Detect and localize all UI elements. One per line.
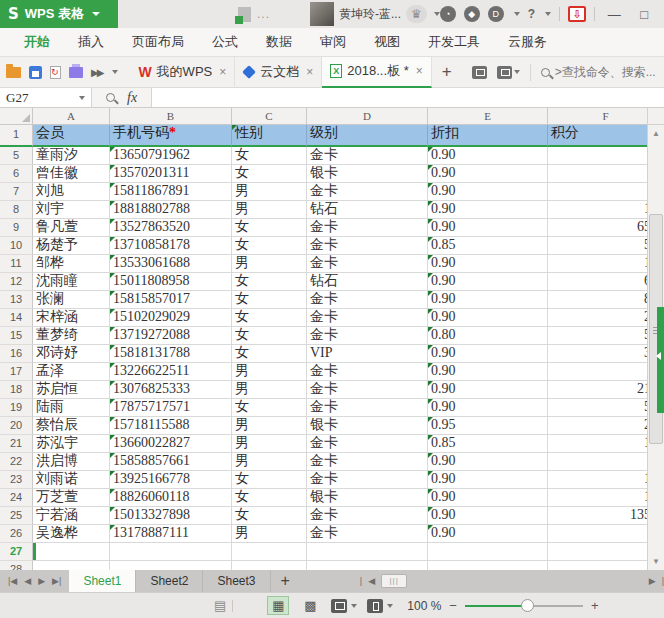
last-sheet-button[interactable]: ▶| [52, 576, 61, 586]
cell-level[interactable] [307, 543, 428, 561]
cell-gender[interactable]: 男 [232, 381, 307, 399]
cell-level[interactable]: 银卡 [307, 489, 428, 507]
export-pdf-icon[interactable] [50, 66, 61, 79]
h-scrollbar-thumb[interactable]: ||| [381, 574, 407, 588]
cell-level[interactable]: 金卡 [307, 453, 428, 471]
cell-discount[interactable]: 0.90 [428, 201, 548, 219]
chevron-down-icon[interactable] [351, 604, 357, 608]
ribbon-tab[interactable]: 视图 [360, 28, 414, 56]
customize-toolbar-dropdown[interactable] [112, 70, 118, 74]
close-tab-icon[interactable]: × [304, 65, 313, 79]
row-number[interactable]: 14 [0, 309, 33, 327]
ribbon-tab[interactable]: 公式 [198, 28, 252, 56]
row-number[interactable]: 24 [0, 489, 33, 507]
cell-level[interactable]: 金卡 [307, 381, 428, 399]
cell-phone[interactable] [110, 561, 232, 570]
ribbon-tab[interactable]: 数据 [252, 28, 306, 56]
cell-gender[interactable]: 女 [232, 399, 307, 417]
scroll-down-button[interactable]: ▼ [648, 553, 664, 570]
cell-member-name[interactable]: 沈雨瞳 [33, 273, 110, 291]
cell-member-name[interactable]: 苏启恒 [33, 381, 110, 399]
app-logo[interactable]: S WPS 表格 [0, 0, 118, 28]
print-icon[interactable] [69, 67, 83, 78]
formula-input[interactable] [152, 88, 664, 107]
cell-member-name[interactable] [33, 543, 110, 561]
cell-gender[interactable]: 男 [232, 201, 307, 219]
cell-phone[interactable]: 13719272088 [110, 327, 232, 345]
column-header[interactable]: D [307, 108, 428, 125]
cell-discount[interactable]: 0.90 [428, 309, 548, 327]
cell-phone[interactable]: 13660022827 [110, 435, 232, 453]
row-number[interactable]: 19 [0, 399, 33, 417]
cell-discount[interactable]: 0.90 [428, 507, 548, 525]
cell-level[interactable]: 银卡 [307, 417, 428, 435]
cell-discount[interactable] [428, 561, 548, 570]
cell-discount[interactable]: 0.90 [428, 147, 548, 165]
cell-gender[interactable]: 女 [232, 165, 307, 183]
cell-header-gender[interactable]: 性别 [232, 125, 307, 147]
select-all-corner[interactable] [0, 108, 33, 125]
cell-gender[interactable]: 男 [232, 435, 307, 453]
cell-discount[interactable]: 0.85 [428, 435, 548, 453]
cell-level[interactable]: 金卡 [307, 399, 428, 417]
cell-discount[interactable]: 0.90 [428, 183, 548, 201]
row-number[interactable]: 6 [0, 165, 33, 183]
row-number[interactable]: 13 [0, 291, 33, 309]
cell-level[interactable]: 金卡 [307, 219, 428, 237]
share-icon[interactable]: ◔ [440, 6, 456, 22]
cell-member-name[interactable]: 宁若涵 [33, 507, 110, 525]
cell-discount[interactable]: 0.90 [428, 165, 548, 183]
cell-discount[interactable]: 0.95 [428, 417, 548, 435]
cell-level[interactable]: 钻石 [307, 273, 428, 291]
cell-gender[interactable]: 女 [232, 291, 307, 309]
page-break-view-button[interactable]: ▩ [299, 596, 321, 615]
save-icon[interactable] [29, 66, 42, 79]
cell-level[interactable]: 金卡 [307, 237, 428, 255]
cell-header-discount[interactable]: 折扣 [428, 125, 548, 147]
cell-phone[interactable]: 15811867891 [110, 183, 232, 201]
next-sheet-button[interactable]: ▶ [38, 576, 45, 586]
chevron-down-icon[interactable] [387, 604, 393, 608]
chevron-down-icon[interactable] [514, 12, 520, 16]
cell-gender[interactable]: 男 [232, 255, 307, 273]
row-number[interactable]: 7 [0, 183, 33, 201]
prev-sheet-button[interactable]: ◀ [24, 576, 31, 586]
cell-member-name[interactable]: 陆雨 [33, 399, 110, 417]
normal-view-button[interactable]: ▦ [267, 596, 289, 615]
gem-icon[interactable]: ◆ [464, 6, 480, 22]
cell-member-name[interactable]: 刘宇 [33, 201, 110, 219]
membership-badge[interactable]: ♛ [406, 5, 427, 23]
cell-gender[interactable]: 女 [232, 147, 307, 165]
cell-phone[interactable]: 13570201311 [110, 165, 232, 183]
cell-member-name[interactable]: 邹桦 [33, 255, 110, 273]
row-number[interactable]: 16 [0, 345, 33, 363]
cell-phone[interactable]: 13178887111 [110, 525, 232, 543]
row-number[interactable]: 21 [0, 435, 33, 453]
cell-member-name[interactable]: 孟泽 [33, 363, 110, 381]
cell-member-name[interactable]: 童雨汐 [33, 147, 110, 165]
cell-member-name[interactable]: 刘雨诺 [33, 471, 110, 489]
open-folder-icon[interactable] [6, 67, 21, 78]
row-number[interactable]: 23 [0, 471, 33, 489]
ribbon-tab[interactable]: 云服务 [494, 28, 561, 56]
cell-level[interactable]: 金卡 [307, 147, 428, 165]
cell-phone[interactable]: 18818802788 [110, 201, 232, 219]
cell-level[interactable]: 金卡 [307, 255, 428, 273]
minimize-button[interactable]: — [603, 7, 625, 22]
cell-discount[interactable]: 0.90 [428, 453, 548, 471]
chevron-down-icon[interactable] [545, 12, 551, 16]
cell-level[interactable]: 金卡 [307, 435, 428, 453]
cell-gender[interactable]: 女 [232, 345, 307, 363]
cell-level[interactable]: VIP [307, 345, 428, 363]
row-number[interactable]: 11 [0, 255, 33, 273]
cell-phone[interactable]: 15858857661 [110, 453, 232, 471]
row-number[interactable]: 22 [0, 453, 33, 471]
row-number[interactable]: 15 [0, 327, 33, 345]
function-search-icon[interactable] [106, 93, 115, 102]
cell-level[interactable] [307, 561, 428, 570]
cell-member-name[interactable]: 张澜 [33, 291, 110, 309]
row-number[interactable]: 12 [0, 273, 33, 291]
search-box[interactable]: >查找命令、搜索... [530, 64, 656, 81]
cell-member-name[interactable]: 洪启博 [33, 453, 110, 471]
cell-gender[interactable]: 女 [232, 273, 307, 291]
